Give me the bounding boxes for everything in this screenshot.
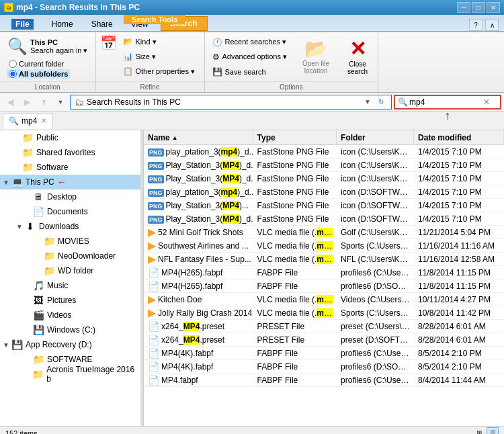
kind-button[interactable]: 📂 Kind ▾ [120,35,200,48]
sidebar-item-movies[interactable]: 📁 MOVIES [0,234,140,249]
forward-button[interactable]: ▶ [19,95,34,110]
file-date-cell: 11/16/2014 11:16 AM [414,241,504,251]
col-header-name[interactable]: Name ▲ [144,130,253,145]
table-row[interactable]: PNG Play_Station_3(MP4)_d... FastStone P… [144,159,504,172]
sidebar-item-windows-c[interactable]: 💾 Windows (C:) [0,322,140,337]
view-extra-large-button[interactable]: ⊞ [473,427,485,435]
file-folder-cell: icon (D:\SOFTWA... [337,187,414,198]
address-path[interactable]: 🗂 Search Results in This PC ▼ ↻ [70,95,392,110]
table-row[interactable]: PNG Play_Station_3(MP4)... FastStone PNG… [144,199,504,212]
minimize-button[interactable]: ─ [457,2,470,13]
sidebar-item-acronis[interactable]: 📁 Acronis TrueImage 2016 b [0,367,140,382]
current-folder-button[interactable]: Current folder [7,59,70,69]
close-search-button[interactable]: ✕ Close search [341,36,374,79]
file-type-cell: FABPF File [253,267,337,278]
sidebar-item-this-pc[interactable]: ▼ 💻 This PC ← [0,175,140,189]
file-folder-cell: profiles6 (D:\SOFT... [337,361,414,372]
ribbon-collapse-button[interactable]: ∧ [485,19,499,31]
sidebar-item-public[interactable]: 📁 Public [0,130,140,145]
view-details-button[interactable]: ☰ [487,427,499,435]
col-header-folder[interactable]: Folder [337,130,414,145]
file-folder-cell: icon (C:\Users\Ke... [337,160,414,171]
tab-home[interactable]: Home [43,16,82,31]
table-row[interactable]: 📄 MP4(4K).fabpf FABPF File profiles6 (C:… [144,347,504,360]
sidebar-item-documents[interactable]: 📄 Documents [0,204,140,219]
file-name: Jolly Rally Big Crash 2014 [158,308,252,318]
column-headers: Name ▲ Type Folder Date modified [144,130,504,145]
sidebar-item-videos[interactable]: 🎬 Videos [0,308,140,322]
col-header-date[interactable]: Date modified [414,130,504,145]
col-header-type[interactable]: Type [253,130,337,145]
file-type-cell: FastStone PNG File [253,187,337,198]
recent-searches-button[interactable]: 🕐 Recent searches ▾ [209,36,291,49]
sidebar-item-shared-favorites[interactable]: 📁 Shared favorites [0,145,140,160]
file-tab-mp4[interactable]: 🔍 mp4 ✕ [3,113,52,129]
sidebar-item-desktop[interactable]: 🖥 Desktop [0,189,140,204]
recent-locations-button[interactable]: ▼ [53,95,68,110]
search-again-button[interactable]: 🔍 This PC Search again in ▾ [4,35,91,58]
table-row[interactable]: PNG Play_Station_3(MP4)_d... FastStone P… [144,172,504,185]
file-date-cell: 8/4/2014 11:44 AM [414,375,504,386]
other-properties-button[interactable]: 📋 Other properties ▾ [120,64,200,78]
table-row[interactable]: 📄 MP4(H265).fabpf FABPF File profiles6 (… [144,266,504,279]
address-dropdown[interactable]: ▼ [362,96,374,108]
sidebar-item-wdfolder[interactable]: 📁 WD folder [0,263,140,278]
file-rows-container: PNG play_ptation_3(mp4)_d... FastStone P… [144,145,504,387]
search-clear-button[interactable]: ✕ [483,97,490,107]
table-row[interactable]: 📄 x264_MP4.preset PRESET File preset (C:… [144,320,504,333]
save-search-button[interactable]: 💾 Save search [209,65,291,79]
up-button[interactable]: ↑ [36,95,51,110]
search-box[interactable]: 🔍 ✕ [394,95,501,110]
expand-arrow: ▼ [16,223,24,230]
window-controls[interactable]: ─ □ ✕ [457,2,500,13]
tab-file[interactable]: File [3,16,42,31]
maximize-button[interactable]: □ [472,2,485,13]
music-icon: 🎵 [32,280,44,291]
help-button[interactable]: ? [469,19,482,31]
open-file-location-button[interactable]: 📂 Open filelocation [296,36,336,78]
refresh-button[interactable]: ↻ [375,96,387,108]
all-subfolders-button[interactable]: All subfolders [7,69,70,79]
file-name: Play_Station_3(MP4)_d... [166,174,253,183]
file-folder-cell: profiles6 (C:\Users... [337,348,414,359]
table-row[interactable]: 📄 MP4(4K).fabpf FABPF File profiles6 (D:… [144,360,504,374]
table-row[interactable]: 📄 MP4.fabpf FABPF File profiles6 (C:\Use… [144,374,504,387]
table-row[interactable]: ▶ Jolly Rally Big Crash 2014 VLC media f… [144,306,504,320]
advanced-options-button[interactable]: ⚙ Advanced options ▾ [209,50,291,64]
file-folder-cell: Sports (C:\Users\Ke... [337,308,414,318]
sidebar-item-pictures[interactable]: 🖼 Pictures [0,293,140,308]
file-folder-cell: Videos (C:\Users\... [337,294,414,305]
table-row[interactable]: PNG Play_Station_3(MP4)_d... ↓ FastStone… [144,212,504,226]
tab-close-button[interactable]: ✕ [41,117,46,124]
sidebar: 📁 Public 📁 Shared favorites 📁 Software ▼… [0,130,141,426]
table-row[interactable]: PNG play_ptation_3(mp4)_d... FastStone P… [144,185,504,199]
table-row[interactable]: PNG play_ptation_3(mp4)_d... FastStone P… [144,145,504,159]
tab-label: mp4 [22,116,37,126]
app-icon: 🗂 [4,3,13,12]
sidebar-item-software[interactable]: 📁 Software [0,160,140,175]
path-text: Search Results in This PC [87,97,181,107]
file-type-cell: FABPF File [253,361,337,372]
table-row[interactable]: 📄 x264_MP4.preset PRESET File preset (D:… [144,333,504,347]
table-row[interactable]: ▶ 52 Mini Golf Trick Shots VLC media fil… [144,226,504,239]
tab-search-icon: 🔍 [9,116,19,126]
tab-share[interactable]: Share [83,16,122,31]
table-row[interactable]: ▶ Southwest Airlines and ... VLC media f… [144,239,504,253]
sidebar-item-music[interactable]: 🎵 Music [0,278,140,293]
sidebar-item-neodownloader[interactable]: 📁 NeoDownloader [0,249,140,263]
sidebar-item-downloads[interactable]: ▼ ⬇ Downloads [0,219,140,234]
search-input[interactable] [409,97,483,107]
table-row[interactable]: ▶ NFL Fantasy Files - Sup... VLC media f… [144,253,504,266]
ribbon-refine-group: 📅 📂 Kind ▾ 📊 Size ▾ 📋 Other properties ▾ [96,32,205,92]
drive-icon: 💾 [32,324,44,335]
file-name-cell: PNG play_ptation_3(mp4)_d... [144,146,253,157]
size-button[interactable]: 📊 Size ▾ [120,50,200,63]
table-row[interactable]: 📄 MP4(H265).fabpf FABPF File profiles6 (… [144,279,504,293]
sidebar-item-app-recovery[interactable]: ▼ 💾 App Recovery (D:) [0,337,140,352]
file-folder-cell: profiles6 (C:\Users... [337,267,414,278]
file-type-cell: VLC media file (.mp4) [253,254,337,265]
table-row[interactable]: ▶ Kitchen Doe VLC media file (.mp4) Vide… [144,293,504,306]
back-button[interactable]: ◀ [3,95,17,110]
close-button[interactable]: ✕ [487,2,500,13]
file-folder-cell: icon (D:\SOFTWA... [337,214,414,224]
